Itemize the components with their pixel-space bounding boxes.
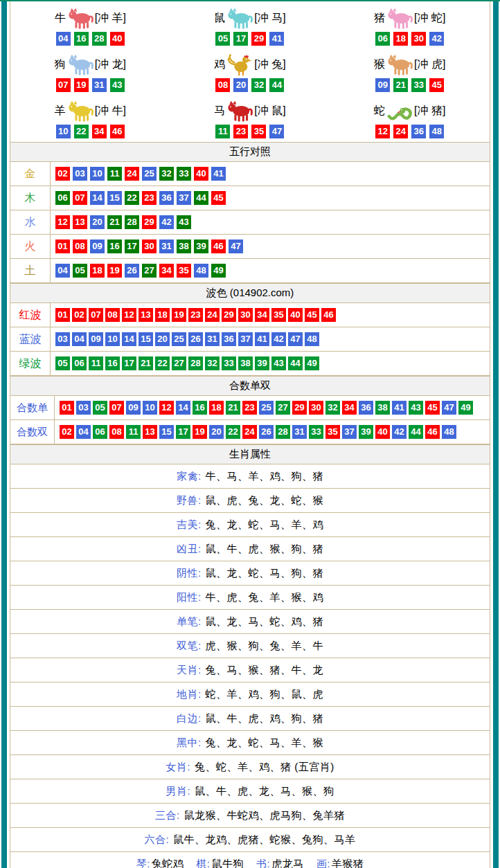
left-border-bar: [1, 0, 7, 868]
zodiac-reference-table: 牛 [冲 羊]04162840鼠 [冲 马]05172941猪 [冲 蛇]061…: [10, 1, 490, 868]
zodiac-number-list: 08203244: [215, 78, 284, 92]
right-border-bar: [493, 0, 499, 868]
zodiac-number-list: 11233547: [215, 125, 284, 138]
number-ball-16: 16: [105, 356, 120, 370]
number-list: 02031011242532334041: [51, 167, 226, 181]
number-ball-47: 47: [269, 125, 284, 138]
zodiac-name: 蛇: [374, 104, 385, 118]
number-ball-31: 31: [292, 425, 307, 439]
number-ball-40: 40: [288, 308, 303, 322]
row-label: 火: [10, 235, 51, 258]
number-ball-14: 14: [176, 401, 190, 415]
attribute-value: 兔、蛇、羊、鸡、猪 (五宫肖): [195, 761, 334, 774]
attribute-label: 地肖:: [177, 688, 202, 701]
number-ball-32: 32: [159, 167, 174, 181]
number-ball-21: 21: [393, 78, 408, 92]
number-ball-38: 38: [238, 356, 253, 370]
number-ball-01: 01: [55, 308, 70, 322]
number-ball-44: 44: [288, 356, 303, 370]
number-ball-19: 19: [107, 264, 122, 278]
number-ball-07: 07: [89, 308, 103, 322]
number-ball-13: 13: [73, 215, 87, 229]
attribute-row: 凶丑:鼠、牛、虎、猴、狗、猪: [10, 537, 490, 561]
row-label: 合数双: [10, 420, 55, 444]
number-ball-41: 41: [211, 167, 226, 181]
section-header-attributes: 生肖属性: [10, 444, 490, 464]
attribute-row: 黑中:兔、龙、蛇、马、羊、猴: [10, 731, 490, 755]
number-ball-23: 23: [188, 308, 203, 322]
number-ball-27: 27: [172, 356, 186, 370]
attribute-row: 双笔:虎、猴、狗、兔、羊、牛: [10, 634, 490, 658]
number-ball-18: 18: [90, 264, 105, 278]
number-ball-25: 25: [172, 332, 186, 346]
number-ball-44: 44: [409, 425, 423, 439]
number-ball-43: 43: [177, 215, 191, 229]
attribute-row: 单笔:鼠、龙、马、蛇、鸡、猪: [10, 610, 490, 634]
number-ball-29: 29: [142, 215, 157, 229]
attribute-label: 家禽:: [177, 470, 202, 483]
number-ball-48: 48: [305, 332, 319, 346]
number-list: 0108091617303138394647: [51, 239, 243, 253]
zodiac-name: 羊: [55, 104, 66, 118]
number-ball-11: 11: [107, 167, 122, 181]
number-ball-20: 20: [233, 78, 248, 92]
zodiac-name: 马: [214, 104, 225, 118]
number-row: 蓝波03040910141520252631363741424748: [10, 327, 490, 352]
number-ball-21: 21: [139, 356, 153, 370]
number-ball-33: 33: [411, 78, 426, 92]
number-ball-03: 03: [73, 167, 87, 181]
number-ball-42: 42: [429, 32, 444, 46]
clash-label: [冲 蛇]: [414, 11, 445, 26]
number-ball-28: 28: [276, 425, 290, 439]
attribute-label: 女肖:: [166, 761, 190, 774]
zodiac-number-list: 06183042: [375, 32, 444, 46]
attribute-row: 男肖:鼠、牛、虎、龙、马、猴、狗: [10, 779, 490, 804]
number-ball-24: 24: [125, 167, 139, 181]
number-ball-35: 35: [177, 264, 191, 278]
zodiac-cell-rooster: 鸡 [冲 兔]08203244: [170, 49, 330, 96]
number-ball-28: 28: [92, 32, 107, 46]
number-ball-26: 26: [125, 264, 139, 278]
row-label: 水: [10, 210, 51, 234]
number-ball-03: 03: [76, 401, 91, 415]
waves-title: 波色 (014902.com): [206, 287, 294, 300]
zodiac-name: 狗: [55, 57, 66, 72]
number-ball-36: 36: [359, 401, 373, 415]
number-ball-28: 28: [125, 215, 139, 229]
number-ball-35: 35: [271, 308, 286, 322]
number-ball-17: 17: [233, 32, 248, 46]
number-ball-27: 27: [276, 401, 290, 415]
pig-icon: [386, 7, 413, 30]
zodiac-cell-horse: 马 [冲 鼠]11233547: [170, 96, 330, 142]
number-ball-35: 35: [251, 125, 266, 138]
number-ball-05: 05: [73, 264, 87, 278]
number-ball-49: 49: [305, 356, 319, 370]
number-ball-36: 36: [411, 125, 426, 138]
arts-value: 兔蛇鸡: [152, 858, 184, 868]
attribute-value: 鼠、龙、马、蛇、鸡、猪: [206, 615, 324, 629]
arts-value: 鼠牛狗: [212, 858, 244, 868]
number-ball-21: 21: [107, 215, 122, 229]
attribute-row: 白边:鼠、牛、虎、鸡、狗、猪: [10, 707, 490, 731]
ox-icon: [67, 7, 93, 30]
section-header-five-elements: 五行对照: [10, 142, 490, 162]
number-ball-07: 07: [73, 191, 87, 205]
zodiac-cell-heading: 羊 [冲 牛]: [55, 100, 126, 123]
number-ball-40: 40: [110, 32, 125, 46]
number-ball-07: 07: [56, 78, 71, 92]
number-row: 木06071415222336374445: [10, 186, 490, 210]
number-list: 0204060811131517192022242628313335373940…: [55, 425, 456, 439]
number-ball-22: 22: [155, 356, 170, 370]
number-ball-34: 34: [342, 401, 357, 415]
number-ball-34: 34: [159, 264, 174, 278]
row-label: 木: [10, 186, 51, 210]
attribute-label: 野兽:: [177, 494, 202, 507]
zodiac-number-list: 12243648: [375, 125, 444, 138]
arts-value: 虎龙马: [271, 858, 304, 868]
arts-row: 琴:兔蛇鸡棋:鼠牛狗书:虎龙马画:羊猴猪: [10, 852, 490, 868]
arts-value: 羊猴猪: [332, 858, 364, 868]
number-ball-37: 37: [238, 332, 253, 346]
number-ball-11: 11: [215, 125, 230, 138]
sum-parity-title: 合数单双: [229, 379, 271, 392]
attribute-label: 天肖:: [177, 664, 202, 677]
